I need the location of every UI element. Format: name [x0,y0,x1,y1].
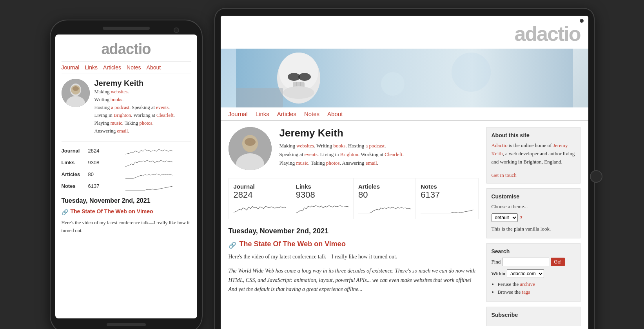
sidebar-go-button[interactable]: Go! [551,258,564,266]
sidebar-archive-link[interactable]: archive [520,281,535,287]
tablet-article-body: Here's the video of my latest conference… [229,252,479,262]
sidebar-within-label: Within [492,271,506,277]
tablet-link-clearleft[interactable]: Clearleft [385,151,402,157]
tablet-stat-notes-count: 6137 [421,190,473,200]
tablet-device: adactio [214,8,595,329]
tablet-stat-links-label: Links [296,183,348,190]
phone-link-music[interactable]: music [111,120,122,126]
phone-article-body: Here's the video of my latest conference… [62,219,191,234]
phone-speaker [103,27,150,30]
svg-point-4 [73,86,79,91]
svg-point-9 [298,73,311,81]
phone-content: adactio Journal Links Articles Notes Abo… [55,35,197,242]
tablet-profile-info: Jeremy Keith Making websites. Writing bo… [279,127,404,170]
phone-stat-links-count: 9308 [88,160,104,165]
sidebar-get-in-touch-link[interactable]: Get in touch [492,172,517,178]
tablet-profile-name: Jeremy Keith [279,127,404,139]
tablet-link-podcast[interactable]: a podcast [365,143,385,149]
tablet-camera [580,19,584,23]
sidebar-about-box: About this site Adactio is the online ho… [486,127,581,184]
phone-link-events[interactable]: events [156,105,169,110]
sidebar-within-row: Within adactio.com [492,269,575,278]
phone-nav-journal[interactable]: Journal [62,64,80,71]
phone-article-header: 🔗 The State Of The Web on Vimeo [62,208,191,216]
phone-stat-journal: Journal 2824 [62,146,191,156]
tablet-article-header: 🔗 The State Of The Web on Vimeo [229,240,479,249]
tablet-link-music[interactable]: music [296,160,308,166]
tablet-nav-links[interactable]: Links [256,111,269,117]
phone-stat-articles: Articles 80 [62,170,191,179]
phone-link-podcast[interactable]: a podcast [111,105,129,110]
tablet-stat-articles: Articles 80 [354,178,416,219]
tablet-profile-bio: Making websites. Writing books. Hosting … [279,142,404,167]
tablet-screen: adactio [221,16,588,329]
tablet-stat-notes: Notes 6137 [416,178,478,219]
phone-home-button[interactable] [107,323,146,326]
tablet-stat-links-chart [296,202,348,214]
phone-screen: adactio Journal Links Articles Notes Abo… [55,35,197,318]
tablet-stats-grid: Journal 2824 Links 9308 [229,178,479,219]
tablet-link-books[interactable]: books [333,143,345,149]
tablet-nav-about[interactable]: About [327,111,343,117]
svg-point-14 [381,72,405,96]
phone-logo: adactio [62,41,191,58]
phone-link-email[interactable]: email [117,128,128,134]
phone-profile-info: Jeremy Keith Making websites. Writing bo… [94,79,175,135]
phone-stat-journal-label: Journal [62,148,85,154]
phone-stat-links-label: Links [62,160,85,165]
phone-article-title[interactable]: The State Of The Web on Vimeo [71,208,153,214]
sidebar-adactio-link[interactable]: Adactio [492,142,508,148]
tablet-stat-notes-chart [421,202,473,214]
sidebar-about-text-post: , a web developer and author living and … [492,151,575,165]
tablet-main: Jeremy Keith Making websites. Writing bo… [229,127,486,329]
tablet-stat-journal-label: Journal [234,183,286,190]
tablet-link-email[interactable]: email [366,160,377,166]
tablet-article-title[interactable]: The State Of The Web on Vimeo [239,240,346,248]
phone-camera [174,27,179,33]
phone-link-websites[interactable]: websites [111,89,128,95]
phone-link-clearleft[interactable]: Clearleft [156,113,174,118]
phone-stats: Journal 2824 Links 9308 Articles 80 [62,141,191,191]
tablet-link-brighton[interactable]: Brighton [340,151,358,157]
sidebar-tags-item: Browse the tags [498,289,575,295]
tablet-nav: Journal Links Articles Notes About [221,107,588,121]
tablet-link-icon: 🔗 [229,242,236,249]
phone-nav-links[interactable]: Links [85,64,98,71]
phone-stat-notes-chart [107,182,191,191]
sidebar-theme-select[interactable]: default [492,213,518,222]
tablet-stat-articles-label: Articles [358,183,411,190]
phone-nav-articles[interactable]: Articles [103,64,121,71]
tablet-nav-journal[interactable]: Journal [229,111,248,117]
sidebar-customise-box: Customise Choose a theme... default ? Th… [486,188,581,238]
phone-nav-about[interactable]: About [147,64,161,71]
tablet-link-photos[interactable]: photos [326,160,340,166]
tablet-link-websites[interactable]: websites [296,143,314,149]
svg-rect-16 [236,88,283,107]
tablet-profile: Jeremy Keith Making websites. Writing bo… [229,127,479,170]
tablet-sidebar: About this site Adactio is the online ho… [486,127,581,329]
phone-link-books[interactable]: books [111,97,122,102]
tablet-stat-articles-count: 80 [358,190,411,200]
phone-link-icon: 🔗 [62,209,68,216]
sidebar-search-box: Search Find Go! Within adactio.com [486,243,581,302]
phone-nav-notes[interactable]: Notes [127,64,141,71]
tablet-body: Jeremy Keith Making websites. Writing bo… [221,121,588,329]
tablet-home-button[interactable] [590,170,602,183]
sidebar-search-input[interactable] [502,258,549,266]
tablet-nav-articles[interactable]: Articles [277,111,296,117]
tablet-link-events[interactable]: events [305,151,317,157]
sidebar-theme-description: This is the plain vanilla look. [492,225,575,233]
phone-device: adactio Journal Links Articles Notes Abo… [50,20,203,329]
sidebar-tags-link[interactable]: tags [522,289,530,295]
tablet-avatar [229,127,272,170]
sidebar-subscribe-box: Subscribe [486,307,581,326]
tablet-logo: adactio [514,22,580,45]
phone-profile-bio: Making websites. Writing books. Hosting … [94,88,175,135]
phone-link-brighton[interactable]: Brighton [114,113,131,118]
sidebar-within-select[interactable]: adactio.com [507,269,544,278]
tablet-nav-notes[interactable]: Notes [304,111,319,117]
tablet-stat-articles-chart [358,202,411,214]
sidebar-theme-help[interactable]: ? [520,214,523,221]
phone-link-photos[interactable]: photos [139,120,152,126]
tablet-stat-links-count: 9308 [296,190,348,200]
